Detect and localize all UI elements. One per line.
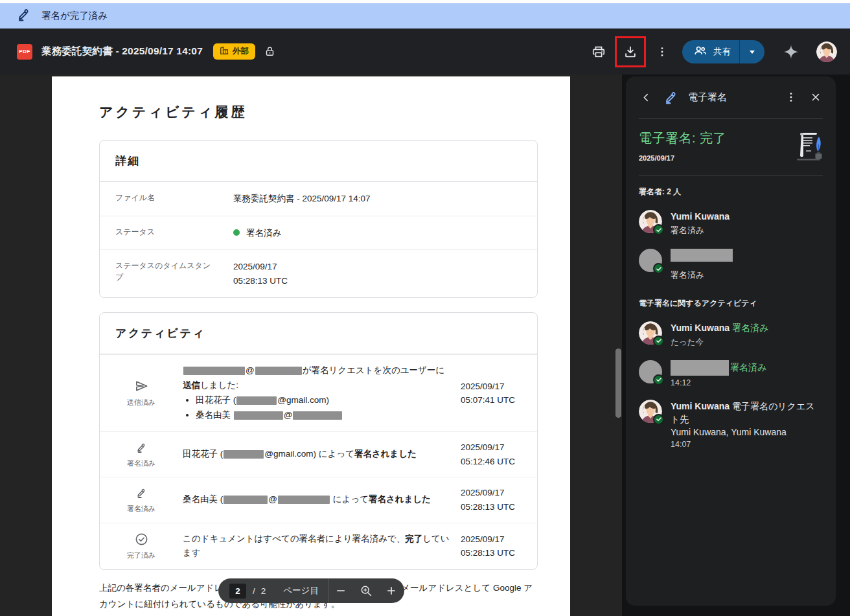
detail-value: 署名済み (233, 226, 281, 240)
activity-icon-column: 完了済み (100, 532, 183, 560)
more-options-button[interactable] (649, 38, 676, 65)
signers-section: 署名者: 2 人 Yumi Kuwana署名済み署名済み (626, 176, 836, 282)
activity-timestamp: 2025/09/1705:12:46 UTC (461, 440, 537, 468)
banner-text: 署名が完了済み (41, 10, 108, 22)
activity-row: 署名済み田花花子 (@gmail.com) によって署名されました2025/09… (100, 431, 537, 477)
actor-name: Yumi Kuwana (671, 323, 732, 333)
activity-description: @が署名リクエストを次のユーザーに送信しました:田花花子 (@gmail.com… (183, 363, 461, 423)
text: 田花花子 ( (183, 449, 223, 459)
text: @ (268, 494, 277, 504)
text: @ (284, 410, 293, 420)
panel-activity-text: 署名済み (671, 360, 766, 376)
text: によって (330, 494, 369, 504)
activity-icon-label: 署名済み (127, 459, 155, 468)
panel-close-button[interactable] (803, 85, 828, 109)
redacted-text (234, 411, 283, 420)
pdf-file-icon: PDF (17, 44, 32, 60)
page-toolbar: 2 / 2 ページ目 (218, 578, 404, 603)
lock-icon (264, 46, 275, 57)
download-button[interactable] (617, 38, 644, 65)
share-dropdown-button[interactable] (740, 40, 764, 63)
detail-row: ステータス署名済み (100, 216, 537, 250)
account-avatar[interactable] (816, 41, 837, 62)
page-slash: / (253, 586, 255, 596)
signer-row: 署名済み (639, 249, 823, 280)
download-highlight-box (615, 36, 646, 67)
redacted-text (236, 396, 277, 405)
detail-row: ステータスのタイムスタンプ2025/09/1705:28:13 UTC (100, 249, 537, 297)
avatar (639, 249, 662, 272)
zoom-magnifier-button[interactable] (354, 578, 379, 603)
external-badge-label: 外部 (233, 46, 249, 57)
activity-time: たった今 (671, 337, 768, 348)
activity-card: アクティビティ 送信済み@が署名リクエストを次のユーザーに送信しました:田花花子… (99, 312, 538, 570)
activity-row: 送信済み@が署名リクエストを次のユーザーに送信しました:田花花子 (@gmail… (100, 354, 537, 431)
signers-label: 署名者: 2 人 (639, 187, 823, 198)
activity-icon-label: 署名済み (127, 504, 155, 514)
signer-status: 署名済み (671, 269, 733, 281)
text: 田花花子 ( (196, 395, 236, 405)
activity-timestamp: 2025/09/1705:07:41 UTC (461, 380, 537, 407)
status-dot-icon (233, 229, 240, 236)
avatar (639, 400, 662, 423)
signer-row: Yumi Kuwana署名済み (639, 210, 823, 236)
share-button-group: 共有 (682, 40, 764, 63)
activity-icon-label: 送信済み (127, 398, 155, 407)
scrollbar-thumb[interactable] (615, 348, 621, 418)
detail-label: ファイル名 (115, 192, 233, 206)
activity-action: 署名済み (732, 323, 768, 333)
signature-pen-icon (16, 7, 31, 25)
zoom-in-button[interactable] (379, 578, 404, 603)
signed-scroll-illustration (796, 129, 824, 165)
share-button-label: 共有 (713, 46, 731, 58)
redacted-text (278, 496, 330, 504)
zoom-out-button[interactable] (328, 578, 354, 603)
building-icon (220, 46, 229, 57)
activity-timestamp: 2025/09/1705:28:13 UTC (461, 532, 537, 560)
viewer-header: PDF 業務委託契約書 - 2025/09/17 14:07 外部 共有 (0, 29, 850, 74)
side-panel-column: 電子署名 電子署名: 完了 2025/09/17 署名者: 2 人 Yumi K… (622, 74, 850, 616)
signed-check-badge (653, 374, 664, 385)
redacted-text (224, 450, 264, 459)
avatar (639, 321, 662, 345)
panel-more-button[interactable] (779, 85, 803, 109)
activity-icon-column: 署名済み (100, 441, 183, 468)
text: @gmail.com) (277, 395, 329, 405)
signature-status-section: 電子署名: 完了 2025/09/17 (626, 119, 836, 176)
back-button[interactable] (634, 85, 658, 109)
recipient-item: 田花花子 (@gmail.com) (196, 393, 452, 408)
signature-pen-icon (658, 85, 683, 109)
activity-row: 署名済み桑名由美 (@ によって署名されました2025/09/1705:28:1… (100, 477, 537, 522)
detail-row: ファイル名業務委託契約書 - 2025/09/17 14:07 (100, 182, 537, 216)
redacted-text (224, 496, 268, 504)
activity-recipients: Yumi Kuwana, Yumi Kuwana (671, 427, 823, 437)
send-icon (134, 379, 149, 394)
text: @gmail.com) によって (264, 449, 354, 459)
document-title: 業務委託契約書 - 2025/09/17 14:07 (41, 45, 203, 58)
detail-value: 2025/09/1705:28:13 UTC (233, 260, 288, 288)
pdf-viewer-area: アクティビティ履歴 詳細 ファイル名業務委託契約書 - 2025/09/17 1… (0, 74, 622, 616)
activity-action: 署名済み (730, 362, 766, 372)
panel-header: 電子署名 (626, 76, 836, 118)
text: このドキュメントはすべての署名者により署名済みで、 (183, 534, 405, 543)
panel-title: 電子署名 (688, 91, 779, 104)
gemini-sparkle-button[interactable] (777, 38, 805, 65)
print-button[interactable] (585, 38, 612, 65)
details-heading: 詳細 (100, 141, 537, 181)
share-button[interactable]: 共有 (682, 40, 739, 63)
panel-activity-text: Yumi Kuwana 電子署名のリクエスト先 (671, 400, 823, 426)
activity-icon-column: 署名済み (100, 486, 183, 514)
signer-name (671, 249, 733, 267)
recipient-item: 桑名由美 @ (196, 408, 452, 423)
panel-activity-section: 電子署名に関するアクティビティ Yumi Kuwana 署名済みたった今署名済み… (626, 282, 836, 450)
detail-value: 業務委託契約書 - 2025/09/17 14:07 (233, 192, 371, 206)
panel-activity-row: 署名済み14:12 (639, 360, 823, 387)
detail-label: ステータス (115, 226, 233, 240)
page-number-input[interactable]: 2 (229, 584, 246, 599)
signed-icon (135, 486, 148, 500)
people-icon (693, 43, 707, 60)
activity-description: このドキュメントはすべての署名者により署名済みで、完了しています (183, 532, 461, 562)
activity-icon-label: 完了済み (127, 551, 155, 560)
details-card: 詳細 ファイル名業務委託契約書 - 2025/09/17 14:07ステータス署… (99, 140, 538, 298)
page-total: 2 (261, 586, 266, 596)
